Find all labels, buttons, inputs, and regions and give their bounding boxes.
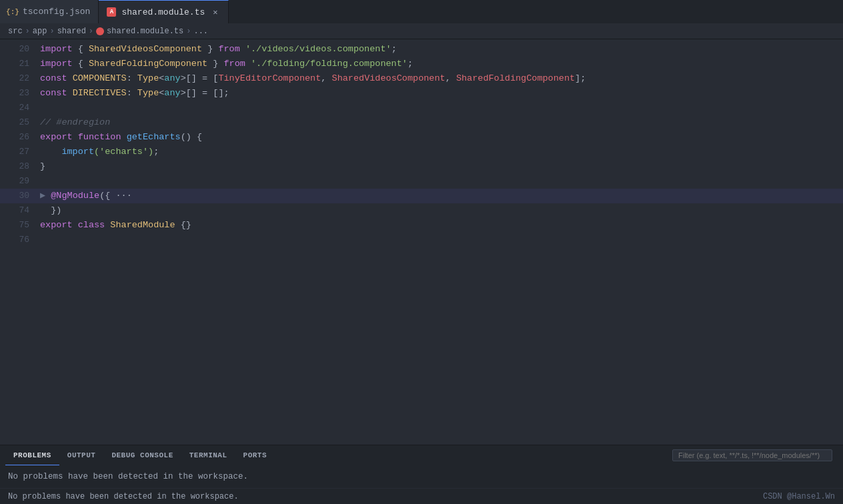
tab-ports[interactable]: PORTS: [235, 445, 275, 465]
panel-filter: [672, 445, 838, 465]
tab-tsconfig-label: tsconfig.json: [23, 7, 90, 17]
fold-arrow[interactable]: ▶: [40, 191, 45, 201]
code-line-22: 22 const COMPONENTS: Type<any>[] = [Tiny…: [0, 71, 843, 86]
code-line-74: 74 }): [0, 203, 843, 218]
tab-problems[interactable]: PROBLEMS: [5, 445, 59, 465]
code-line-29: 29: [0, 174, 843, 189]
tab-shared-module[interactable]: A shared.module.ts ✕: [99, 0, 229, 23]
tab-terminal[interactable]: TERMINAL: [181, 445, 235, 465]
angular-icon: A: [107, 7, 116, 17]
tab-shared-module-label: shared.module.ts: [121, 7, 205, 17]
code-line-76: 76: [0, 233, 843, 247]
editor-area: 20 import { SharedVideosComponent } from…: [0, 39, 843, 445]
tab-bar: {:} tsconfig.json A shared.module.ts ✕: [0, 0, 843, 23]
code-container[interactable]: 20 import { SharedVideosComponent } from…: [0, 39, 843, 445]
panel-tabs: PROBLEMS OUTPUT DEBUG CONSOLE TERMINAL P…: [0, 445, 843, 465]
code-line-20: 20 import { SharedVideosComponent } from…: [0, 42, 843, 57]
tab-tsconfig[interactable]: {:} tsconfig.json: [0, 0, 99, 23]
panel: PROBLEMS OUTPUT DEBUG CONSOLE TERMINAL P…: [0, 445, 843, 488]
breadcrumb: src › app › shared › shared.module.ts › …: [0, 23, 843, 39]
json-icon: {:}: [8, 7, 17, 17]
filter-input[interactable]: [672, 449, 832, 461]
code-line-27: 27 import('echarts');: [0, 145, 843, 159]
code-line-24: 24: [0, 101, 843, 115]
status-right: CSDN @Hansel.Wn: [763, 492, 835, 501]
no-problems-message: No problems have been detected in the wo…: [8, 472, 248, 481]
code-line-75: 75 export class SharedModule {}: [0, 218, 843, 233]
code-line-26: 26 export function getEcharts() {: [0, 130, 843, 145]
close-tab-button[interactable]: ✕: [210, 6, 220, 19]
tab-output[interactable]: OUTPUT: [59, 445, 104, 465]
panel-content: No problems have been detected in the wo…: [0, 465, 843, 488]
code-line-28: 28 }: [0, 159, 843, 174]
code-line-30: 30 ▶ @NgModule({ ···: [0, 189, 843, 203]
status-message: No problems have been detected in the wo…: [8, 492, 239, 501]
tab-debug-console[interactable]: DEBUG CONSOLE: [103, 445, 181, 465]
status-bar: No problems have been detected in the wo…: [0, 488, 843, 504]
code-line-23: 23 const DIRECTIVES: Type<any>[] = [];: [0, 86, 843, 101]
code-line-21: 21 import { SharedFoldingComponent } fro…: [0, 57, 843, 71]
code-line-25: 25 // #endregion: [0, 115, 843, 130]
angular-breadcrumb-icon: [96, 27, 104, 35]
